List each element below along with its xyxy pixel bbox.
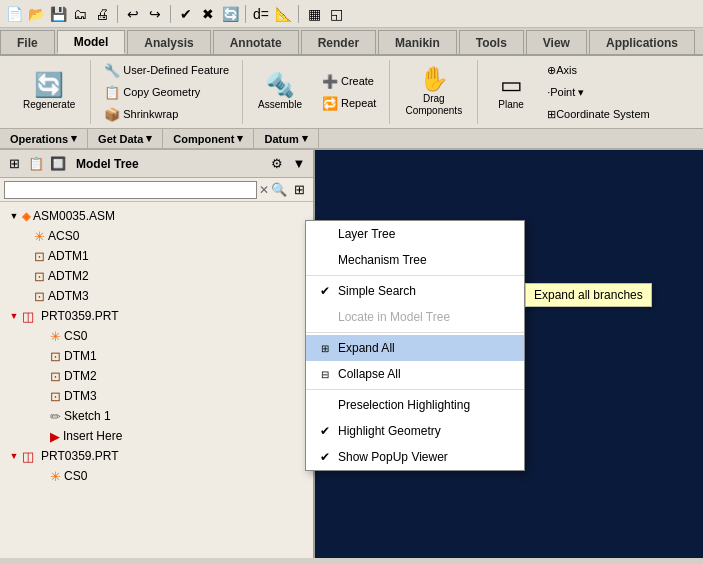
model3d-icon[interactable]: 🔲 xyxy=(48,154,68,174)
label-mechanism-tree: Mechanism Tree xyxy=(338,253,427,267)
filter-icon[interactable]: 🔍 xyxy=(269,180,289,200)
print-icon[interactable]: 🖨 xyxy=(92,4,112,24)
icon-adtm3: ⊡ xyxy=(34,289,45,304)
get-data-label: Get Data xyxy=(98,133,143,145)
menu-item-collapse-all[interactable]: ⊟ Collapse All xyxy=(306,361,524,387)
tree-item-adtm1[interactable]: ⊡ ADTM1 xyxy=(0,246,313,266)
tab-tools[interactable]: Tools xyxy=(459,30,524,54)
tree-item-asm0035[interactable]: ▼ ◈ ASM0035.ASM xyxy=(0,206,313,226)
menu-item-simple-search[interactable]: ✔ Simple Search xyxy=(306,278,524,304)
copy-geometry-button[interactable]: 📋 Copy Geometry xyxy=(99,82,234,102)
tree-item-adtm2[interactable]: ⊡ ADTM2 xyxy=(0,266,313,286)
measure-icon[interactable]: 📐 xyxy=(273,4,293,24)
menu-item-preselection[interactable]: Preselection Highlighting xyxy=(306,392,524,418)
settings-icon[interactable]: ⚙ xyxy=(267,154,287,174)
sep3 xyxy=(245,5,246,23)
label-locate: Locate in Model Tree xyxy=(338,310,450,324)
operations-group[interactable]: Operations ▾ xyxy=(0,129,88,148)
plane-button[interactable]: ▭ Plane xyxy=(486,64,536,120)
label-insert-here: Insert Here xyxy=(63,429,122,443)
ribbon-group-get-data: 🔧 User-Defined Feature 📋 Copy Geometry 📦… xyxy=(91,60,243,124)
sep4 xyxy=(298,5,299,23)
toggle-adtm3 xyxy=(20,290,32,302)
menu-item-highlight-geo[interactable]: ✔ Highlight Geometry xyxy=(306,418,524,444)
menu-item-layer-tree[interactable]: Layer Tree xyxy=(306,221,524,247)
view1-icon[interactable]: ▦ xyxy=(304,4,324,24)
tab-analysis[interactable]: Analysis xyxy=(127,30,210,54)
tree-item-prt0359-2[interactable]: ▼ ◫ PRT0359.PRT xyxy=(0,446,313,466)
menu-sep-1 xyxy=(306,275,524,276)
assemble-button[interactable]: 🔩 Assemble xyxy=(251,64,309,120)
ribbon-group-component: 🔩 Assemble ➕ Create 🔁 Repeat xyxy=(243,60,390,124)
redo-icon[interactable]: ↪ xyxy=(145,4,165,24)
save2-icon[interactable]: 🗂 xyxy=(70,4,90,24)
check-icon[interactable]: ✔ xyxy=(176,4,196,24)
menu-item-show-popup[interactable]: ✔ Show PopUp Viewer xyxy=(306,444,524,470)
toggle-insert xyxy=(36,430,48,442)
tab-view[interactable]: View xyxy=(526,30,587,54)
toggle-prt0359-2[interactable]: ▼ xyxy=(8,450,20,462)
repeat-icon: 🔁 xyxy=(322,96,338,111)
new-icon[interactable]: 📄 xyxy=(4,4,24,24)
datum-group[interactable]: Datum ▾ xyxy=(254,129,318,148)
repeat-button[interactable]: 🔁 Repeat xyxy=(317,93,381,113)
tree-item-cs0-2[interactable]: ✳ CS0 xyxy=(0,466,313,486)
search-clear-icon[interactable]: ✕ xyxy=(259,183,269,197)
label-preselection: Preselection Highlighting xyxy=(338,398,470,412)
icon-insert: ▶ xyxy=(50,429,60,444)
tab-file[interactable]: File xyxy=(0,30,55,54)
tree-item-prt0359-1[interactable]: ▼ ◫ PRT0359.PRT xyxy=(0,306,313,326)
label-adtm1: ADTM1 xyxy=(48,249,89,263)
label-dtm1: DTM1 xyxy=(64,349,97,363)
filter2-icon[interactable]: ⊞ xyxy=(289,180,309,200)
drag-components-button[interactable]: ✋ DragComponents xyxy=(398,64,469,120)
datum-chevron: ▾ xyxy=(302,132,308,145)
tree-item-sketch1[interactable]: ✏ Sketch 1 xyxy=(0,406,313,426)
open-icon[interactable]: 📂 xyxy=(26,4,46,24)
tab-render[interactable]: Render xyxy=(301,30,376,54)
save-icon[interactable]: 💾 xyxy=(48,4,68,24)
tree-item-insert-here[interactable]: ▶ Insert Here xyxy=(0,426,313,446)
toggle-dtm2 xyxy=(36,370,48,382)
menu-item-expand-all[interactable]: ⊞ Expand All xyxy=(306,335,524,361)
toggle-adtm2 xyxy=(20,270,32,282)
toggle-cs0-2 xyxy=(36,470,48,482)
regen-icon[interactable]: 🔄 xyxy=(220,4,240,24)
tab-model[interactable]: Model xyxy=(57,30,126,54)
toggle-dtm3 xyxy=(36,390,48,402)
tab-applications[interactable]: Applications xyxy=(589,30,695,54)
label-highlight-geo: Highlight Geometry xyxy=(338,424,441,438)
toggle-prt0359-1[interactable]: ▼ xyxy=(8,310,20,322)
point-button[interactable]: · Point ▾ xyxy=(542,82,655,102)
dim-icon[interactable]: d= xyxy=(251,4,271,24)
toggle-sketch1 xyxy=(36,410,48,422)
shrinkwrap-button[interactable]: 📦 Shrinkwrap xyxy=(99,104,234,124)
undo-icon[interactable]: ↩ xyxy=(123,4,143,24)
tab-annotate[interactable]: Annotate xyxy=(213,30,299,54)
view2-icon[interactable]: ◱ xyxy=(326,4,346,24)
label-sketch1: Sketch 1 xyxy=(64,409,111,423)
preview-icon[interactable]: 📋 xyxy=(26,154,46,174)
search-input[interactable] xyxy=(4,181,257,199)
coord-sys-button[interactable]: ⊞ Coordinate System xyxy=(542,104,655,124)
regenerate-button[interactable]: 🔄 Regenerate xyxy=(16,64,82,120)
toggle-asm0035[interactable]: ▼ xyxy=(8,210,20,222)
menu-dropdown-icon[interactable]: ▼ xyxy=(289,154,309,174)
tree-item-dtm3[interactable]: ⊡ DTM3 xyxy=(0,386,313,406)
component-group[interactable]: Component ▾ xyxy=(163,129,254,148)
tree-item-acs0[interactable]: ✳ ACS0 xyxy=(0,226,313,246)
create-button[interactable]: ➕ Create xyxy=(317,71,381,91)
axis-button[interactable]: ⊕ Axis xyxy=(542,60,655,80)
user-defined-feature-button[interactable]: 🔧 User-Defined Feature xyxy=(99,60,234,80)
tree-item-dtm2[interactable]: ⊡ DTM2 xyxy=(0,366,313,386)
get-data-group[interactable]: Get Data ▾ xyxy=(88,129,163,148)
tab-manikin[interactable]: Manikin xyxy=(378,30,457,54)
regenerate-label: Regenerate xyxy=(23,99,75,111)
tree-view-icon[interactable]: ⊞ xyxy=(4,154,24,174)
label-cs0-2: CS0 xyxy=(64,469,87,483)
tree-item-adtm3[interactable]: ⊡ ADTM3 xyxy=(0,286,313,306)
cross-icon[interactable]: ✖ xyxy=(198,4,218,24)
tree-item-cs0-1[interactable]: ✳ CS0 xyxy=(0,326,313,346)
tree-item-dtm1[interactable]: ⊡ DTM1 xyxy=(0,346,313,366)
menu-item-mechanism-tree[interactable]: Mechanism Tree xyxy=(306,247,524,273)
